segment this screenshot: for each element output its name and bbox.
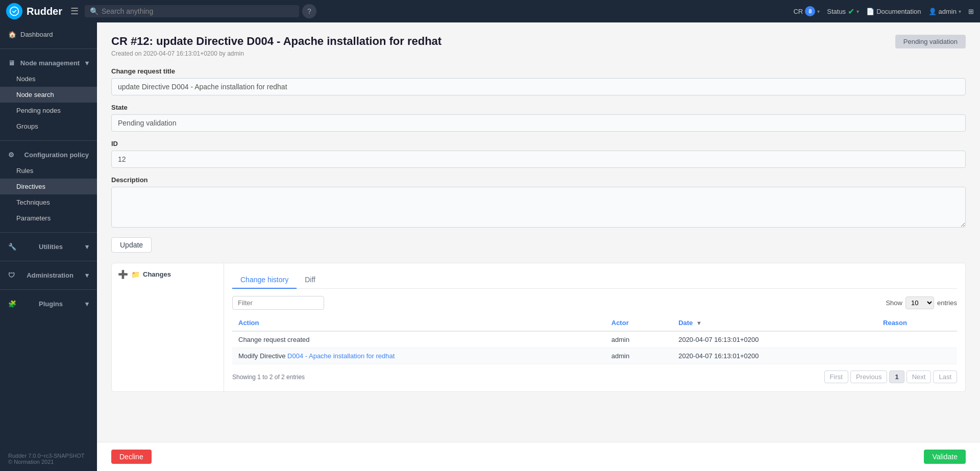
table-row: Change request created admin 2020-04-07 … <box>232 331 957 348</box>
sidebar-utilities-header[interactable]: 🔧 Utilities ▾ <box>0 239 97 255</box>
action-link-2[interactable]: D004 - Apache installation for redhat <box>287 352 395 360</box>
navbar: Rudder ☰ 🔍 ? CR 8 ▾ Status ✔ ▾ 📄 Documen… <box>0 0 980 22</box>
sidebar-item-dashboard[interactable]: 🏠 Dashboard <box>0 27 97 42</box>
cr-expand-icon: ▾ <box>817 9 820 14</box>
bottom-bar: Decline Validate <box>97 442 980 471</box>
sidebar-item-nodes[interactable]: Nodes <box>0 71 97 87</box>
change-history-table: Action Actor Date ▼ <box>232 315 957 364</box>
tab-diff[interactable]: Diff <box>297 271 324 289</box>
sidebar-item-directives[interactable]: Directives <box>0 179 97 194</box>
sidebar-item-parameters[interactable]: Parameters <box>0 210 97 226</box>
date-cell-2: 2020-04-07 16:13:01+0200 <box>672 348 877 364</box>
utilities-icon: 🔧 <box>8 243 16 251</box>
cr-main: Change history Diff Show 10 25 50 1 <box>224 263 965 391</box>
action-cell-2: Modify Directive D004 - Apache installat… <box>232 348 605 364</box>
sidebar-config-policy-header[interactable]: ⚙ Configuration policy <box>0 147 97 163</box>
version-label: Rudder 7.0.0~rc3-SNAPSHOT <box>8 453 89 459</box>
date-sort-icon: ▼ <box>696 320 702 326</box>
pagination: First Previous 1 Next Last <box>824 370 957 383</box>
status-badge[interactable]: Status ✔ ▾ <box>827 7 859 16</box>
page-title: CR #12: update Directive D004 - Apache i… <box>111 35 442 48</box>
reason-cell-2 <box>877 348 957 364</box>
sidebar-config-policy-label: Configuration policy <box>24 151 89 159</box>
sidebar-administration-label: Administration <box>27 271 74 279</box>
documentation-link[interactable]: 📄 Documentation <box>866 8 921 15</box>
col-date[interactable]: Date ▼ <box>672 315 877 331</box>
sidebar-directives-label: Directives <box>16 183 45 190</box>
sidebar-plugins-section: 🧩 Plugins ▾ <box>0 292 97 316</box>
plugins-expand-icon: ▾ <box>85 300 89 308</box>
state-section: State <box>111 104 966 132</box>
pagination-previous-button[interactable]: Previous <box>850 370 888 383</box>
action-cell-1: Change request created <box>232 331 605 348</box>
documentation-icon: 📄 <box>866 8 874 15</box>
sidebar-item-techniques[interactable]: Techniques <box>0 194 97 210</box>
admin-menu[interactable]: 👤 admin ▾ <box>928 8 961 15</box>
node-management-expand-icon: ▾ <box>85 59 89 67</box>
action-prefix-2: Modify Directive <box>238 352 287 360</box>
update-button-container: Update <box>111 237 966 253</box>
window-button[interactable]: ⊞ <box>968 8 974 15</box>
page-subtitle: Created on 2020-04-07 16:13:01+0200 by a… <box>111 50 442 57</box>
sidebar-rules-label: Rules <box>16 167 33 175</box>
table-footer: Showing 1 to 2 of 2 entries First Previo… <box>232 370 957 383</box>
tab-change-history[interactable]: Change history <box>232 271 297 289</box>
sidebar-node-management-header[interactable]: 🖥 Node management ▾ <box>0 55 97 71</box>
validate-button[interactable]: Validate <box>924 450 966 464</box>
entries-select[interactable]: 10 25 50 100 <box>905 296 934 309</box>
administration-icon: 🛡 <box>8 271 15 279</box>
sidebar-techniques-label: Techniques <box>16 199 50 206</box>
date-cell-1: 2020-04-07 16:13:01+0200 <box>672 331 877 348</box>
entries-label: entries <box>937 299 957 307</box>
decline-button[interactable]: Decline <box>111 450 152 464</box>
table-info: Showing 1 to 2 of 2 entries <box>232 374 305 381</box>
pagination-next-button[interactable]: Next <box>906 370 932 383</box>
app-body: 🏠 Dashboard 🖥 Node management ▾ Nodes No… <box>0 22 980 471</box>
id-input <box>111 151 966 168</box>
state-label: State <box>111 104 966 111</box>
main-content: CR #12: update Directive D004 - Apache i… <box>97 22 980 442</box>
sidebar-administration-header[interactable]: 🛡 Administration ▾ <box>0 267 97 283</box>
reason-cell-1 <box>877 331 957 348</box>
change-request-title-input[interactable] <box>111 78 966 95</box>
pagination-last-button[interactable]: Last <box>933 370 957 383</box>
description-label: Description <box>111 176 966 184</box>
folder-icon: 📁 <box>131 270 140 279</box>
description-section: Description <box>111 176 966 229</box>
sidebar-toggle-button[interactable]: ☰ <box>70 6 79 17</box>
page-header: CR #12: update Directive D004 - Apache i… <box>111 35 966 57</box>
brand-logo[interactable]: Rudder <box>6 3 62 19</box>
search-input[interactable] <box>102 7 294 15</box>
col-reason-label: Reason <box>883 319 907 327</box>
sidebar-config-policy-section: ⚙ Configuration policy Rules Directives … <box>0 143 97 230</box>
pagination-page-button[interactable]: 1 <box>889 370 904 383</box>
admin-icon: 👤 <box>928 8 937 15</box>
col-actor-label: Actor <box>611 319 629 327</box>
table-row: Modify Directive D004 - Apache installat… <box>232 348 957 364</box>
cr-label: CR <box>793 8 803 15</box>
config-policy-icon: ⚙ <box>8 151 14 159</box>
cr-sidebar-header: ➕ 📁 Changes <box>118 269 217 279</box>
cr-badge[interactable]: CR 8 ▾ <box>793 6 820 16</box>
description-textarea[interactable] <box>111 187 966 228</box>
search-bar: 🔍 <box>85 5 299 17</box>
sidebar-item-node-search[interactable]: Node search <box>0 87 97 103</box>
sidebar-item-rules[interactable]: Rules <box>0 163 97 179</box>
state-input <box>111 114 966 132</box>
change-request-title-section: Change request title <box>111 67 966 95</box>
tabs: Change history Diff <box>232 271 957 289</box>
cr-sidebar-title: Changes <box>143 270 171 278</box>
update-button[interactable]: Update <box>111 237 152 253</box>
sidebar-nodes-label: Nodes <box>16 75 36 83</box>
pagination-first-button[interactable]: First <box>824 370 848 383</box>
table-filter-input[interactable] <box>232 296 324 310</box>
status-pill: Pending validation <box>895 35 966 48</box>
sidebar-item-pending-nodes[interactable]: Pending nodes <box>0 103 97 118</box>
sidebar-dashboard-section: 🏠 Dashboard <box>0 22 97 46</box>
col-action[interactable]: Action <box>232 315 605 331</box>
id-label: ID <box>111 140 966 147</box>
help-button[interactable]: ? <box>302 4 316 18</box>
sidebar-utilities-section: 🔧 Utilities ▾ <box>0 235 97 259</box>
sidebar-plugins-header[interactable]: 🧩 Plugins ▾ <box>0 296 97 312</box>
sidebar-item-groups[interactable]: Groups <box>0 118 97 134</box>
